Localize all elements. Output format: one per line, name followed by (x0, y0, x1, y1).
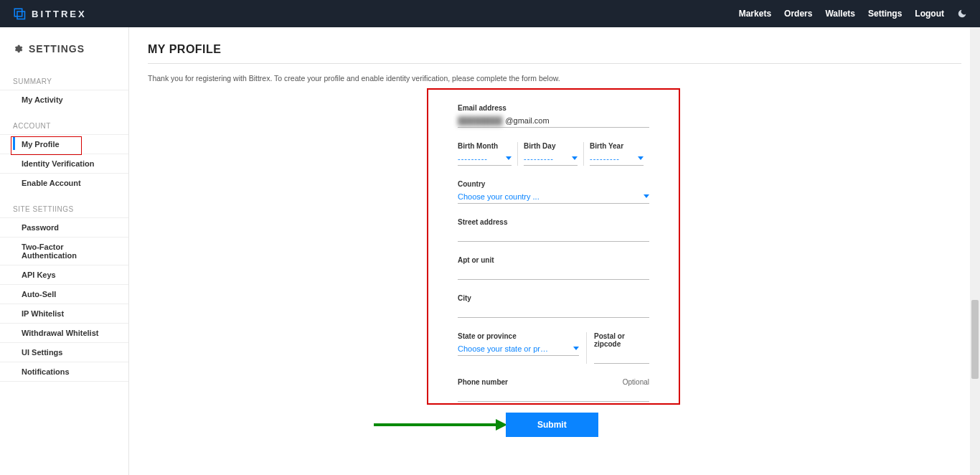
input-phone[interactable] (458, 387, 649, 402)
content-area: MY PROFILE Thank you for registering wit… (129, 27, 980, 475)
chevron-down-icon (638, 156, 644, 160)
sidebar-item-password[interactable]: Password (0, 217, 128, 237)
sidebar-item-tfa[interactable]: Two-Factor Authentication (0, 237, 128, 265)
brand-name: BITTREX (32, 9, 87, 19)
gear-icon (13, 44, 23, 54)
label-postal: Postal or zipcode (594, 332, 649, 348)
sidebar-item-idv[interactable]: Identity Verification (0, 154, 128, 173)
label-birth-year: Birth Year (590, 142, 644, 150)
dark-mode-toggle-icon[interactable] (957, 9, 967, 19)
nav-orders[interactable]: Orders (784, 9, 812, 19)
sidebar-item-ipwl[interactable]: IP Whitelist (0, 304, 128, 323)
annotation-arrow-icon (374, 418, 507, 431)
sidebar-item-autosell[interactable]: Auto-Sell (0, 284, 128, 304)
input-city[interactable] (458, 304, 649, 318)
top-bar: BITTREX Markets Orders Wallets Settings … (0, 0, 980, 27)
sidebar-header: SETTINGS (0, 43, 128, 65)
brand[interactable]: BITTREX (13, 7, 87, 20)
sidebar-title: SETTINGS (29, 43, 85, 55)
email-suffix: @gmail.com (505, 116, 549, 125)
label-street: Street address (458, 218, 649, 226)
top-nav: Markets Orders Wallets Settings Logout (739, 9, 967, 19)
label-birth-month: Birth Month (458, 142, 512, 150)
scrollbar-thumb[interactable] (971, 300, 979, 379)
label-birth-day: Birth Day (524, 142, 578, 150)
page-title: MY PROFILE (148, 43, 961, 56)
submit-button[interactable]: Submit (506, 413, 598, 437)
sidebar-group-site: SITE SETTIINGS (0, 205, 128, 213)
select-birth-day[interactable]: --------- (524, 151, 578, 166)
brand-logo-icon (13, 7, 26, 20)
svg-rect-0 (14, 9, 22, 17)
label-country: Country (458, 180, 649, 188)
select-birth-month[interactable]: --------- (458, 151, 512, 166)
sidebar-item-api[interactable]: API Keys (0, 265, 128, 284)
email-masked: ████████ (458, 116, 502, 125)
chevron-down-icon (644, 194, 649, 198)
nav-markets[interactable]: Markets (739, 9, 771, 19)
select-country[interactable]: Choose your country ... (458, 189, 649, 204)
chevron-down-icon (573, 347, 579, 350)
nav-settings[interactable]: Settings (868, 9, 902, 19)
field-email: Email address ████████ @gmail.com (458, 104, 649, 128)
nav-wallets[interactable]: Wallets (825, 9, 855, 19)
scrollbar[interactable] (970, 27, 980, 475)
intro-text: Thank you for registering with Bittrex. … (148, 74, 961, 83)
input-postal[interactable] (594, 349, 649, 364)
sidebar-group-account: ACCOUNT (0, 122, 128, 130)
label-phone: Phone number Optional (458, 378, 649, 386)
input-apt[interactable] (458, 265, 649, 280)
sidebar-item-activity[interactable]: My Activity (0, 90, 128, 109)
divider (148, 63, 961, 64)
input-street[interactable] (458, 227, 649, 242)
email-value: ████████ @gmail.com (458, 113, 649, 128)
sidebar-item-uiset[interactable]: UI Settings (0, 342, 128, 362)
label-apt: Apt or unit (458, 256, 649, 264)
label-email: Email address (458, 104, 649, 112)
sidebar-item-enable[interactable]: Enable Account (0, 173, 128, 192)
svg-rect-1 (17, 11, 25, 19)
sidebar-item-wwl[interactable]: Withdrawal Whitelist (0, 323, 128, 342)
sidebar-group-summary: SUMMARY (0, 77, 128, 85)
chevron-down-icon (572, 156, 578, 160)
label-state: State or province (458, 332, 579, 340)
sidebar-item-profile[interactable]: My Profile (0, 134, 128, 154)
label-optional: Optional (623, 378, 649, 386)
chevron-down-icon (506, 156, 512, 160)
select-state[interactable]: Choose your state or province ... (458, 342, 579, 356)
nav-logout[interactable]: Logout (915, 9, 944, 19)
sidebar-item-notif[interactable]: Notifications (0, 362, 128, 382)
select-birth-year[interactable]: --------- (590, 151, 644, 166)
label-city: City (458, 294, 649, 302)
sidebar: SETTINGS SUMMARY My Activity ACCOUNT My … (0, 27, 129, 475)
